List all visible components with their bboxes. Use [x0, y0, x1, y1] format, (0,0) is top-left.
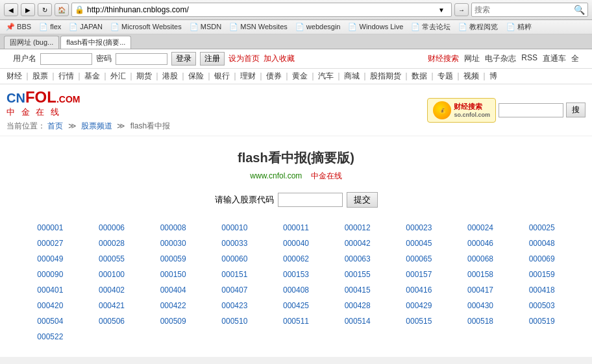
stock-code-link[interactable]: 000522	[19, 330, 81, 344]
search-bar[interactable]: 🔍	[471, 3, 588, 17]
stock-code-link[interactable]: 000158	[450, 267, 512, 282]
stock-code-link[interactable]: 000503	[511, 298, 573, 313]
register-button[interactable]: 注册	[200, 52, 225, 66]
stock-code-link[interactable]: 000515	[388, 314, 450, 328]
stock-code-link[interactable]: 000420	[19, 298, 81, 313]
add-fav-link[interactable]: 加入收藏	[264, 53, 295, 64]
stock-code-link[interactable]: 000028	[81, 236, 143, 250]
stock-code-link[interactable]: 000151	[204, 267, 265, 282]
direct-link[interactable]: 直通车	[543, 53, 566, 64]
nav-gold[interactable]: 黄金	[292, 71, 308, 82]
stock-code-link[interactable]: 000046	[450, 236, 512, 250]
finance-search-input[interactable]	[499, 103, 563, 117]
stock-code-link[interactable]: 000150	[142, 267, 204, 282]
rss-link[interactable]: RSS	[521, 53, 537, 64]
stock-code-link[interactable]: 000006	[81, 221, 143, 235]
bookmark-item[interactable]: 📄 flex	[37, 22, 63, 32]
magazine-link[interactable]: 电子杂志	[485, 53, 516, 64]
nav-video[interactable]: 视频	[463, 71, 479, 82]
stock-code-link[interactable]: 000159	[511, 267, 573, 282]
address-input[interactable]	[87, 5, 432, 14]
forward-button[interactable]: ▶	[21, 3, 35, 16]
address-go-button[interactable]: ▼	[434, 3, 449, 16]
stock-code-link[interactable]: 000153	[265, 267, 327, 282]
stock-code-link[interactable]: 000027	[19, 236, 81, 250]
stock-code-link[interactable]: 000100	[81, 267, 143, 282]
stock-code-link[interactable]: 000511	[265, 314, 327, 328]
stock-code-link[interactable]: 000045	[388, 236, 450, 250]
refresh-button[interactable]: ↻	[38, 3, 52, 16]
stock-code-link[interactable]: 000417	[450, 283, 512, 297]
bookmark-item[interactable]: 📄 精粹	[504, 21, 534, 32]
stock-code-link[interactable]: 000040	[265, 236, 327, 250]
stock-code-link[interactable]: 000055	[81, 252, 143, 266]
address-arrow-button[interactable]: →	[454, 3, 469, 16]
stock-code-link[interactable]: 000042	[327, 236, 388, 250]
bookmark-item[interactable]: 📌 BBS	[4, 22, 33, 32]
breadcrumb-home[interactable]: 首页	[47, 121, 63, 130]
stock-code-link[interactable]: 000001	[19, 221, 81, 235]
stock-code-link[interactable]: 000023	[388, 221, 450, 235]
search-button[interactable]: 🔍	[574, 5, 585, 15]
stock-code-link[interactable]: 000518	[450, 314, 512, 328]
stock-code-link[interactable]: 000422	[142, 298, 204, 313]
set-home-link[interactable]: 设为首页	[228, 53, 260, 64]
stock-code-link[interactable]: 000010	[204, 221, 265, 235]
bookmark-item[interactable]: 📄 webdesgin	[293, 22, 343, 32]
more-link[interactable]: 全	[571, 53, 579, 64]
bookmark-item[interactable]: 📄 常去论坛	[409, 21, 452, 32]
stock-code-link[interactable]: 000157	[388, 267, 450, 282]
bookmark-item[interactable]: 📄 Microsoft Websites	[108, 22, 184, 32]
nav-forex[interactable]: 外汇	[110, 71, 126, 82]
stock-code-link[interactable]: 000059	[142, 252, 204, 266]
stock-code-link[interactable]: 000069	[511, 252, 573, 266]
nav-finance[interactable]: 财经	[6, 71, 22, 82]
stock-code-link[interactable]: 000506	[81, 314, 143, 328]
nav-bonds[interactable]: 债券	[266, 71, 282, 82]
home-button[interactable]: 🏠	[55, 3, 69, 16]
bookmark-item[interactable]: 📄 JAPAN	[67, 22, 105, 32]
stock-code-link[interactable]: 000024	[450, 221, 512, 235]
stock-code-link[interactable]: 000008	[142, 221, 204, 235]
stock-code-link[interactable]: 000155	[327, 267, 388, 282]
nav-insurance[interactable]: 保险	[188, 71, 204, 82]
stock-code-link[interactable]: 000011	[265, 221, 327, 235]
nav-hkstock[interactable]: 港股	[162, 71, 178, 82]
stock-code-link[interactable]: 000062	[265, 252, 327, 266]
nav-futures[interactable]: 期货	[136, 71, 152, 82]
stock-code-link[interactable]: 000428	[327, 298, 388, 313]
stock-code-link[interactable]: 000415	[327, 283, 388, 297]
password-input[interactable]	[116, 53, 167, 65]
login-button[interactable]: 登录	[171, 52, 196, 66]
nav-fund[interactable]: 基金	[84, 71, 100, 82]
stock-code-link[interactable]: 000033	[204, 236, 265, 250]
stock-code-link[interactable]: 000060	[204, 252, 265, 266]
bookmark-item[interactable]: 📄 MSN Websites	[227, 22, 290, 32]
stock-code-link[interactable]: 000404	[142, 283, 204, 297]
stock-code-link[interactable]: 000030	[142, 236, 204, 250]
username-input[interactable]	[40, 53, 92, 65]
stock-code-input[interactable]	[278, 193, 343, 207]
breadcrumb-stock[interactable]: 股票频道	[81, 121, 112, 130]
nav-stock[interactable]: 股票	[32, 71, 48, 82]
stock-code-link[interactable]: 000418	[511, 283, 573, 297]
nav-auto[interactable]: 汽车	[318, 71, 334, 82]
stock-code-link[interactable]: 000402	[81, 283, 143, 297]
back-button[interactable]: ◀	[4, 3, 18, 16]
nav-market[interactable]: 行情	[58, 71, 74, 82]
finance-search-button[interactable]: 搜	[566, 103, 586, 117]
stock-code-link[interactable]: 000049	[19, 252, 81, 266]
stock-code-link[interactable]: 000012	[327, 221, 388, 235]
stock-code-link[interactable]: 000519	[511, 314, 573, 328]
stock-code-link[interactable]: 000068	[450, 252, 512, 266]
nav-bank[interactable]: 银行	[214, 71, 230, 82]
nav-mall[interactable]: 商城	[344, 71, 360, 82]
stock-code-link[interactable]: 000425	[265, 298, 327, 313]
stock-code-link[interactable]: 000514	[327, 314, 388, 328]
finance-search-link[interactable]: 财经搜索	[428, 53, 459, 64]
submit-button[interactable]: 提交	[347, 192, 378, 208]
stock-code-link[interactable]: 000510	[204, 314, 265, 328]
stock-code-link[interactable]: 000421	[81, 298, 143, 313]
stock-code-link[interactable]: 000509	[142, 314, 204, 328]
nav-data[interactable]: 数据	[412, 71, 427, 82]
